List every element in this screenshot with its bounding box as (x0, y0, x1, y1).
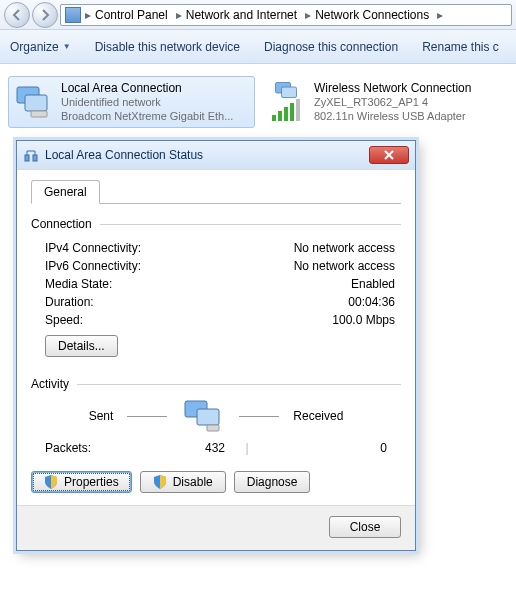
details-button[interactable]: Details... (45, 335, 118, 357)
connection-adapter: 802.11n Wireless USB Adapter (314, 109, 471, 123)
packets-received-value: 0 (269, 441, 397, 455)
breadcrumb-icon (65, 7, 81, 23)
sent-label: Sent (89, 409, 114, 423)
packets-row: Packets: 432 | 0 (31, 439, 401, 457)
connection-item-lan[interactable]: Local Area Connection Unidentified netwo… (8, 76, 255, 128)
row-duration: Duration:00:04:36 (31, 293, 401, 311)
chevron-right-icon: ▸ (305, 8, 311, 22)
dialog-titlebar[interactable]: Local Area Connection Status (17, 141, 415, 169)
tab-general[interactable]: General (31, 180, 100, 204)
dialog-title: Local Area Connection Status (45, 148, 369, 162)
organize-menu[interactable]: Organize▼ (10, 40, 71, 54)
chevron-right-icon: ▸ (176, 8, 182, 22)
close-icon (383, 150, 395, 160)
connection-title: Local Area Connection (61, 81, 233, 95)
nav-back-button[interactable] (4, 2, 30, 28)
svg-rect-8 (197, 409, 219, 425)
svg-rect-2 (31, 111, 47, 117)
rename-connection-button[interactable]: Rename this c (422, 40, 499, 54)
activity-diagram: Sent Received (31, 399, 401, 433)
connection-item-wifi[interactable]: Wireless Network Connection ZyXEL_RT3062… (261, 76, 508, 128)
tab-strip: General (31, 179, 401, 204)
disable-device-button[interactable]: Disable this network device (95, 40, 240, 54)
properties-button[interactable]: Properties (31, 471, 132, 493)
connection-ssid: ZyXEL_RT3062_AP1 4 (314, 95, 471, 109)
packets-label: Packets: (45, 441, 155, 455)
wifi-signal-icon (272, 101, 300, 121)
connection-adapter: Broadcom NetXtreme Gigabit Eth... (61, 109, 233, 123)
row-media-state: Media State:Enabled (31, 275, 401, 293)
diagnose-button[interactable]: Diagnose (234, 471, 311, 493)
wifi-icon (266, 81, 306, 121)
network-icon (23, 147, 39, 163)
breadcrumb-item: ▸Control Panel (81, 8, 172, 22)
row-speed: Speed:100.0 Mbps (31, 311, 401, 329)
disable-button[interactable]: Disable (140, 471, 226, 493)
close-dialog-button[interactable]: Close (329, 516, 401, 538)
svg-rect-4 (282, 87, 297, 98)
connection-status: Unidentified network (61, 95, 233, 109)
group-connection: Connection (31, 217, 401, 231)
svg-rect-1 (25, 95, 47, 111)
breadcrumb-trailing: ▸ (433, 8, 447, 22)
chevron-right-icon: ▸ (85, 8, 91, 22)
activity-computers-icon (181, 399, 225, 433)
close-button[interactable] (369, 146, 409, 164)
breadcrumb[interactable]: ▸Control Panel ▸Network and Internet ▸Ne… (60, 4, 512, 26)
connection-status-dialog: Local Area Connection Status General Con… (16, 140, 416, 551)
breadcrumb-item: ▸Network Connections (301, 8, 433, 22)
svg-rect-5 (25, 155, 29, 161)
group-activity: Activity (31, 377, 401, 391)
ethernet-icon (13, 81, 53, 121)
chevron-right-icon: ▸ (437, 8, 443, 22)
breadcrumb-item: ▸Network and Internet (172, 8, 301, 22)
nav-forward-button[interactable] (32, 2, 58, 28)
command-bar: Organize▼ Disable this network device Di… (0, 30, 516, 64)
diagnose-connection-button[interactable]: Diagnose this connection (264, 40, 398, 54)
connections-list: Local Area Connection Unidentified netwo… (0, 64, 516, 140)
shield-icon (44, 475, 58, 489)
svg-rect-6 (33, 155, 37, 161)
svg-rect-9 (207, 425, 219, 431)
received-label: Received (293, 409, 343, 423)
chevron-down-icon: ▼ (63, 42, 71, 51)
row-ipv6: IPv6 Connectivity:No network access (31, 257, 401, 275)
row-ipv4: IPv4 Connectivity:No network access (31, 239, 401, 257)
connection-title: Wireless Network Connection (314, 81, 471, 95)
packets-sent-value: 432 (155, 441, 225, 455)
address-bar: ▸Control Panel ▸Network and Internet ▸Ne… (0, 0, 516, 30)
shield-icon (153, 475, 167, 489)
